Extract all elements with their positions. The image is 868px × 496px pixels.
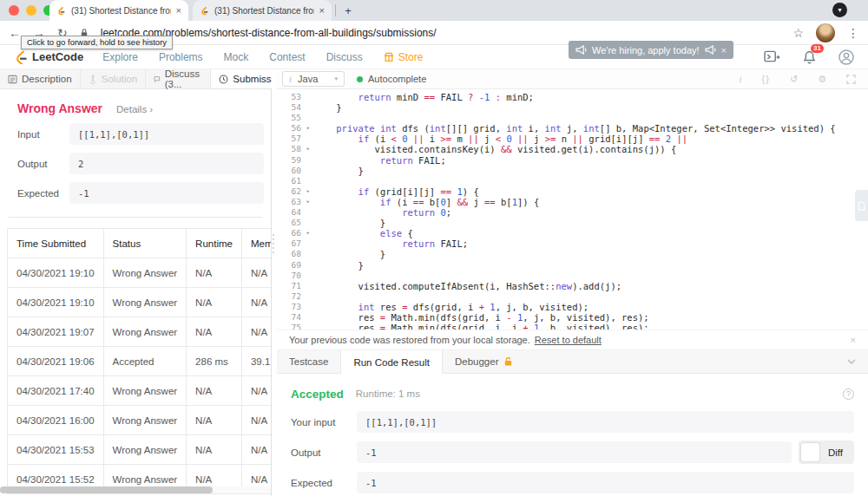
- browser-profile-avatar[interactable]: [816, 23, 835, 42]
- tab-testcase[interactable]: Testcase: [277, 350, 340, 373]
- tab-description[interactable]: Description: [0, 69, 81, 88]
- nav-item-store[interactable]: Store: [384, 51, 424, 63]
- fullscreen-icon[interactable]: [846, 75, 856, 84]
- diff-toggle[interactable]: [801, 443, 819, 461]
- tab-discuss[interactable]: Discuss (3...: [146, 69, 211, 88]
- bookmark-star-icon[interactable]: ☆: [792, 27, 804, 39]
- code-line[interactable]: 60 }: [277, 166, 868, 176]
- notice-close-icon[interactable]: ×: [851, 335, 856, 345]
- code-line[interactable]: 67 return FAIL;: [277, 238, 868, 249]
- help-question-icon[interactable]: ?: [843, 388, 854, 400]
- language-select[interactable]: i Java ▾: [282, 71, 345, 87]
- notifications-bell[interactable]: 31: [803, 50, 816, 64]
- nav-item-mock[interactable]: Mock: [224, 51, 249, 63]
- code-line[interactable]: 68 }: [277, 249, 868, 259]
- scrollbar-thumb[interactable]: [0, 486, 213, 493]
- window-controls[interactable]: [9, 5, 54, 16]
- fold-arrow-icon[interactable]: ▾: [301, 186, 314, 197]
- submission-row[interactable]: 04/30/2021 19:10Wrong AnswerN/AN/A: [8, 288, 272, 317]
- hiring-banner[interactable]: We're hiring, apply today! ×: [569, 41, 733, 59]
- fold-arrow-icon[interactable]: ▾: [301, 228, 314, 238]
- nav-item-contest[interactable]: Contest: [269, 51, 305, 63]
- cell-status[interactable]: Wrong Answer: [103, 288, 187, 317]
- code-line[interactable]: 74 res = Math.min(dfs(grid, i - 1, j, b,…: [277, 312, 868, 323]
- submission-row[interactable]: 04/30/2021 15:53Wrong AnswerN/AN/A: [8, 435, 272, 465]
- cell-time: 04/30/2021 19:10: [8, 258, 104, 288]
- new-tab-button[interactable]: +: [340, 3, 356, 18]
- cell-status[interactable]: Wrong Answer: [103, 258, 187, 288]
- code-line[interactable]: 72: [277, 291, 868, 302]
- code-line[interactable]: 63▾ if (i == b[0] && j == b[1]) {: [277, 197, 868, 207]
- format-code-icon[interactable]: {}: [762, 74, 770, 84]
- editor-info-icon[interactable]: i: [739, 74, 741, 84]
- divider-handle-icon[interactable]: [273, 234, 274, 253]
- details-link[interactable]: Details ›: [116, 104, 153, 114]
- overflow-menu-icon[interactable]: ⋮: [847, 27, 859, 39]
- code-line[interactable]: 56▾ private int dfs (int[][] grid, int i…: [277, 123, 868, 134]
- interview-terminal-icon[interactable]: [764, 50, 780, 63]
- code-line[interactable]: 61: [277, 176, 868, 186]
- code-line[interactable]: 75 res = Math.min(dfs(grid, i, j + 1, b,…: [277, 323, 868, 330]
- code-line[interactable]: 64 return 0;: [277, 207, 868, 218]
- browser-tab-background[interactable]: (31) Shortest Distance from All ×: [193, 0, 332, 21]
- reset-code-icon[interactable]: ↺: [790, 74, 798, 85]
- browser-tab-active[interactable]: (31) Shortest Distance from All ×: [49, 0, 188, 21]
- submission-row[interactable]: 04/30/2021 19:06Accepted286 ms39.1 MB: [8, 347, 272, 376]
- line-number: 70: [277, 271, 301, 281]
- chrome-profile-icon[interactable]: ▾: [832, 3, 847, 17]
- floating-panel-tab[interactable]: [855, 190, 868, 221]
- fold-arrow-icon[interactable]: ▾: [301, 144, 314, 154]
- tab-close-icon[interactable]: ×: [176, 6, 181, 16]
- cell-status[interactable]: Wrong Answer: [103, 406, 187, 435]
- settings-gear-icon[interactable]: ⚙: [818, 74, 826, 85]
- nav-item-problems[interactable]: Problems: [159, 51, 203, 63]
- autocomplete-indicator[interactable]: Autocomplete: [357, 74, 426, 84]
- cell-status[interactable]: Accepted: [103, 347, 187, 376]
- url-field[interactable]: leetcode.com/problems/shortest-distance-…: [101, 27, 781, 39]
- cell-status[interactable]: Wrong Answer: [103, 376, 187, 406]
- tab-run-code-result[interactable]: Run Code Result: [340, 350, 443, 374]
- code-line[interactable]: 65 }: [277, 218, 868, 228]
- code-line[interactable]: 70: [277, 271, 868, 281]
- collapse-chevron-icon[interactable]: [847, 359, 856, 364]
- fold-arrow-icon[interactable]: ▾: [301, 123, 314, 134]
- run-expected-value[interactable]: -1: [357, 472, 854, 493]
- back-icon[interactable]: ←: [9, 27, 21, 39]
- your-input-value[interactable]: [[1,1],[0,1]]: [357, 411, 854, 433]
- expected-value[interactable]: -1: [69, 182, 264, 204]
- code-line[interactable]: 58▾ visited.containsKey(i) && visited.ge…: [277, 144, 868, 154]
- code-line[interactable]: 54 }: [277, 102, 868, 113]
- submission-row[interactable]: 04/30/2021 19:10Wrong AnswerN/AN/A: [8, 258, 272, 288]
- run-output-value[interactable]: -1: [357, 441, 792, 463]
- horizontal-scrollbar[interactable]: [0, 486, 271, 493]
- cell-status[interactable]: Wrong Answer: [103, 435, 187, 465]
- window-minimize-icon[interactable]: [26, 5, 36, 16]
- output-value[interactable]: 2: [69, 153, 264, 174]
- code-line[interactable]: 71 visited.computeIfAbsent(i, HashSet::n…: [277, 281, 868, 291]
- submission-row[interactable]: 04/30/2021 16:00Wrong AnswerN/AN/A: [8, 406, 272, 435]
- submission-row[interactable]: 04/30/2021 17:40Wrong AnswerN/AN/A: [8, 376, 272, 406]
- tab-close-icon[interactable]: ×: [319, 6, 325, 16]
- nav-item-explore[interactable]: Explore: [102, 51, 138, 63]
- reset-to-default-link[interactable]: Reset to default: [535, 335, 602, 345]
- input-value[interactable]: [[1,1],[0,1]]: [69, 123, 264, 145]
- code-line[interactable]: 73 int res = dfs(grid, i + 1, j, b, visi…: [277, 302, 868, 312]
- code-line[interactable]: 53 return minD == FAIL ? -1 : minD;: [277, 92, 868, 102]
- user-avatar-icon[interactable]: [838, 49, 854, 65]
- leetcode-logo[interactable]: LeetCode: [14, 49, 83, 64]
- code-line[interactable]: 55: [277, 113, 868, 123]
- code-line[interactable]: 62▾ if (grid[i][j] == 1) {: [277, 186, 868, 197]
- code-line[interactable]: 57 if (i < 0 || i >= m || j < 0 || j >= …: [277, 134, 868, 144]
- submission-row[interactable]: 04/30/2021 19:07Wrong AnswerN/AN/A: [8, 317, 272, 347]
- code-line[interactable]: 59 return FAIL;: [277, 155, 868, 166]
- code-editor[interactable]: 53 return minD == FAIL ? -1 : minD;54 }5…: [277, 89, 868, 330]
- code-line[interactable]: 69 }: [277, 260, 868, 271]
- tab-debugger[interactable]: Debugger: [443, 350, 526, 373]
- fold-arrow-icon[interactable]: ▾: [301, 197, 314, 207]
- window-close-icon[interactable]: [9, 5, 19, 16]
- banner-close-icon[interactable]: ×: [721, 45, 727, 55]
- cell-status[interactable]: Wrong Answer: [103, 317, 187, 347]
- code-line[interactable]: 66▾ else {: [277, 228, 868, 238]
- nav-item-discuss[interactable]: Discuss: [326, 51, 363, 63]
- tab-solution[interactable]: Solution: [81, 69, 147, 88]
